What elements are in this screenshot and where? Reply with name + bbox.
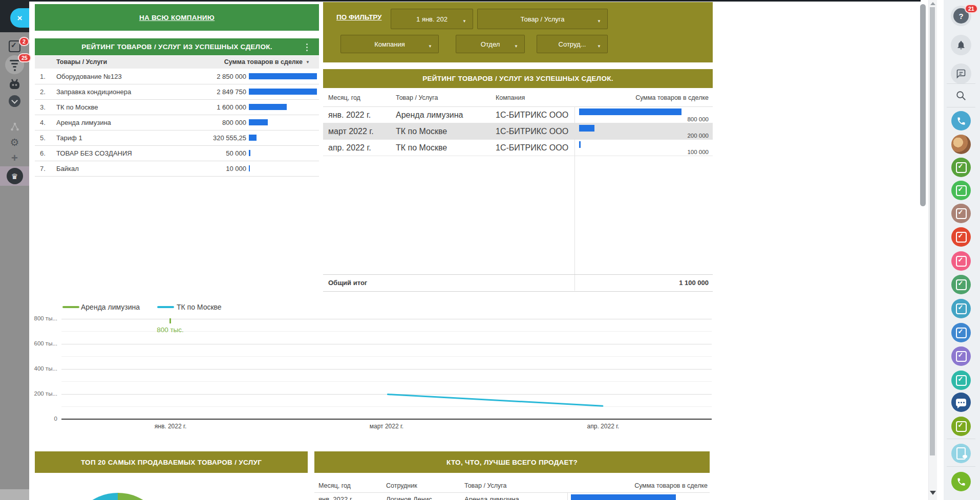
checkbox-icon xyxy=(956,256,967,267)
close-icon: × xyxy=(17,14,23,23)
table-row[interactable]: янв. 2022 г. Логинов Денис Аренда лимузи… xyxy=(314,492,710,500)
checkbox-icon xyxy=(956,185,967,196)
app-icon-tasks-darkgreen[interactable] xyxy=(951,158,971,177)
page-scrollbar-thumb[interactable] xyxy=(920,4,926,206)
y-tick-0: 0 xyxy=(20,416,57,422)
data-point-marker xyxy=(169,318,171,323)
app-icon-tasks-brown[interactable] xyxy=(951,204,971,223)
value-bar xyxy=(249,135,257,141)
col-month: Месяц, год xyxy=(328,94,360,101)
col-employee: Сотрудник xyxy=(386,482,417,489)
value-bar xyxy=(249,119,268,125)
sidebar-item-expand[interactable] xyxy=(0,95,29,107)
product-name: Тариф 1 xyxy=(56,134,82,142)
value-bar xyxy=(249,73,317,79)
table-row[interactable]: 2. Заправка кондиционера 2 849 750 xyxy=(35,84,319,100)
row-number: 4. xyxy=(40,119,46,126)
app-icon-tasks-tealblue[interactable] xyxy=(951,299,971,318)
telephony-app-button[interactable] xyxy=(951,111,971,131)
chevron-down-icon xyxy=(9,95,20,107)
company-cell: 1С-БИТРИКС ООО xyxy=(496,127,568,136)
rail-divider xyxy=(947,439,975,439)
filtered-rating-table-header: Месяц, год Товар / Услуга Компания Сумма… xyxy=(323,90,713,107)
app-icon-tasks-purple[interactable] xyxy=(951,346,971,366)
rating-widget-header: РЕЙТИНГ ТОВАРОВ / УСЛУГ ИЗ УСПЕШНЫХ СДЕЛ… xyxy=(35,38,319,55)
call-button[interactable] xyxy=(951,472,971,491)
deal-sum: 100 000 xyxy=(687,149,709,155)
deal-sum: 1 600 000 xyxy=(217,103,246,111)
value-bar xyxy=(249,150,250,156)
robot-icon xyxy=(8,78,22,90)
col-sum-sortable[interactable]: Сумма товаров в сделке xyxy=(224,58,303,66)
deal-sum: 50 000 xyxy=(226,149,246,157)
table-row[interactable]: 7. Байкал 10 000 xyxy=(35,161,319,177)
app-icon-tasks-green[interactable] xyxy=(951,181,971,200)
table-row[interactable]: 6. ТОВАР БЕЗ СОЗДАНИЯ 50 000 xyxy=(35,145,319,161)
chevron-down-icon xyxy=(597,41,601,49)
data-point-label: 800 тыс. xyxy=(148,326,192,334)
product-name: ТОВАР БЕЗ СОЗДАНИЯ xyxy=(56,149,132,157)
app-icon-group-chat[interactable] xyxy=(951,393,971,412)
sidebar-item-add[interactable] xyxy=(0,153,29,164)
scroll-down-arrow[interactable] xyxy=(930,491,936,495)
search-icon xyxy=(955,90,967,101)
value-bar xyxy=(249,104,287,110)
app-icon-tasks-blue[interactable] xyxy=(951,323,971,342)
legend-swatch-tk xyxy=(157,306,174,308)
filtered-rating-header: РЕЙТИНГ ТОВАРОВ / УСЛУГ ИЗ УСПЕШНЫХ СДЕЛ… xyxy=(323,69,713,88)
avatar[interactable] xyxy=(951,135,971,154)
table-row[interactable]: 4. Аренда лимузина 800 000 xyxy=(35,115,319,131)
date-filter-dropdown[interactable]: 1 янв. 202 xyxy=(391,9,473,29)
table-row[interactable]: 1. Оборудование №123 2 850 000 xyxy=(35,69,319,84)
legend-label-tk[interactable]: ТК по Москве xyxy=(177,303,222,311)
table-row-selected[interactable]: март 2022 г. ТК по Москве 1С-БИТРИКС ООО… xyxy=(323,123,713,140)
x-tick-apr: апр. 2022 г. xyxy=(572,423,634,430)
sidebar-item-bot[interactable] xyxy=(0,78,29,90)
employee-filter-dropdown[interactable]: Сотруд... xyxy=(537,35,608,53)
row-number: 1. xyxy=(40,73,46,80)
device-cloud-icon xyxy=(956,447,966,460)
app-icon-tasks-olive[interactable] xyxy=(951,417,971,436)
sidebar-item-bitrix-crown[interactable] xyxy=(0,168,29,184)
checkbox-icon xyxy=(956,279,967,290)
y-tick-200: 200 ты... xyxy=(20,390,57,397)
sidebar-item-share[interactable] xyxy=(0,122,29,132)
total-label: Общий итог xyxy=(328,279,367,287)
row-number: 7. xyxy=(40,165,46,172)
close-panel-button[interactable]: × xyxy=(10,8,29,28)
value-bar xyxy=(579,125,594,132)
company-wide-button[interactable]: НА ВСЮ КОМПАНИЮ xyxy=(35,4,319,31)
notifications-button[interactable] xyxy=(951,35,971,55)
app-icon-tasks-red[interactable] xyxy=(951,227,971,247)
scroll-up-arrow[interactable] xyxy=(930,2,935,5)
kebab-menu-icon[interactable] xyxy=(306,44,308,51)
total-row: Общий итог 1 100 000 xyxy=(323,274,713,292)
app-icon-tasks-teal[interactable] xyxy=(951,371,971,390)
sidebar-footer xyxy=(0,489,29,500)
search-button[interactable] xyxy=(951,86,971,105)
table-row[interactable]: янв. 2022 г. Аренда лимузина 1С-БИТРИКС … xyxy=(323,106,713,123)
product-filter-dropdown[interactable]: Товар / Услуга xyxy=(477,9,608,29)
app-icon-tasks-seagreen[interactable] xyxy=(951,275,971,294)
feedback-button[interactable] xyxy=(951,63,971,84)
table-row[interactable]: 3. ТК по Москве 1 600 000 xyxy=(35,99,319,115)
legend-label-limo[interactable]: Аренда лимузина xyxy=(81,303,140,311)
app-icon-tasks-pink[interactable] xyxy=(951,251,971,271)
department-filter-dropdown[interactable]: Отдел xyxy=(456,35,525,53)
app-icon-mobile[interactable] xyxy=(951,444,971,463)
rating-widget-title: РЕЙТИНГ ТОВАРОВ / УСЛУГ ИЗ УСПЕШНЫХ СДЕЛ… xyxy=(81,43,272,51)
company-filter-dropdown[interactable]: Компания xyxy=(340,35,439,53)
help-badge: 21 xyxy=(965,4,978,13)
table-row[interactable]: 5. Тариф 1 320 555,25 xyxy=(35,130,319,146)
deal-sum: 2 849 750 xyxy=(217,88,246,96)
filter-link[interactable]: ПО ФИЛЬТРУ xyxy=(336,13,381,21)
table-row[interactable]: апр. 2022 г. ТК по Москве 1С-БИТРИКС ООО… xyxy=(323,139,713,156)
inner-scrollbar-thumb[interactable] xyxy=(930,7,935,455)
sidebar-item-settings[interactable] xyxy=(0,137,29,147)
product-filter-value: Товар / Услуга xyxy=(521,15,565,23)
rail-divider xyxy=(947,466,975,467)
value-bar xyxy=(579,141,581,148)
chevron-down-icon xyxy=(514,41,518,49)
x-axis-line xyxy=(61,419,712,420)
x-tick-jan: янв. 2022 г. xyxy=(140,423,201,430)
